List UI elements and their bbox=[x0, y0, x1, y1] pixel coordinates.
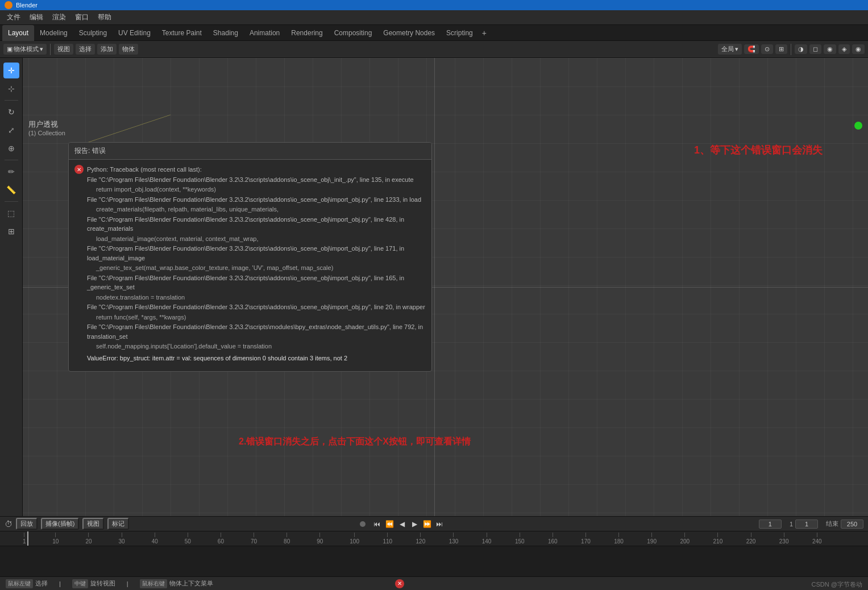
sidebar-separator-3 bbox=[5, 201, 18, 202]
trace-line-2: File "C:\Program Files\Blender Foundatio… bbox=[87, 215, 426, 234]
annotation-text-1: 1、等下这个错误窗口会消失 bbox=[694, 143, 823, 157]
object-menu-btn[interactable]: 物体 bbox=[119, 44, 138, 55]
viewport-solid-btn[interactable]: ◉ bbox=[824, 44, 836, 54]
toolbar-strip: ▣ 物体模式 ▾ 视图 选择 添加 物体 全局 ▾ 🧲 ⊙ ⊞ ◑ ◻ ◉ ◈ … bbox=[0, 41, 868, 58]
trace-indent-6: self.node_mapping.inputs['Location'].def… bbox=[87, 342, 426, 351]
sidebar-separator-1 bbox=[5, 100, 18, 101]
timeline-icon: ⏱ bbox=[5, 520, 13, 529]
select-label: 选择 bbox=[35, 579, 48, 588]
status-rotate: 中键 旋转视图 bbox=[72, 579, 115, 588]
status-separator: | bbox=[59, 580, 61, 587]
workspace-tab-bar: Layout Modeling Sculpting UV Editing Tex… bbox=[0, 25, 868, 41]
status-select: 鼠标左键 选择 bbox=[6, 579, 48, 588]
trace-line-4: File "C:\Program Files\Blender Foundatio… bbox=[87, 273, 426, 292]
menu-render[interactable]: 渲染 bbox=[48, 11, 70, 23]
current-frame-input[interactable] bbox=[759, 520, 782, 529]
timeline-track[interactable] bbox=[0, 546, 868, 576]
title-bar: Blender bbox=[0, 0, 868, 10]
annotation-text-2: 2.错误窗口消失之后，点击下面这个X按钮，即可查看详情 bbox=[239, 436, 471, 448]
menu-edit[interactable]: 编辑 bbox=[25, 11, 48, 23]
error-dialog-body: ✕ Python: Traceback (most recent call la… bbox=[69, 160, 431, 371]
left-sidebar: ✛ ⊹ ↻ ⤢ ⊕ ✏ 📏 ⬚ ⊞ bbox=[0, 58, 23, 516]
tab-rendering[interactable]: Rendering bbox=[285, 25, 328, 41]
credits-text: CSDN @字节卷动 bbox=[812, 580, 862, 589]
magnet-btn[interactable]: 🧲 bbox=[744, 44, 759, 54]
menu-help[interactable]: 帮助 bbox=[93, 11, 116, 23]
capture-btn[interactable]: 捕像(插帧) bbox=[41, 518, 79, 530]
timeline-header: ⏱ 回放 捕像(插帧) 视图 标记 ⏮ ⏪ ◀ ▶ ⏩ ⏭ 1 结束 bbox=[0, 517, 868, 531]
context-menu-label: 物体上下文菜单 bbox=[169, 579, 213, 588]
start-label: 1 bbox=[790, 521, 793, 527]
add-cube-tool[interactable]: ⬚ bbox=[3, 205, 19, 221]
jump-to-start-btn[interactable]: ⏮ bbox=[371, 518, 383, 530]
mode-selector[interactable]: ▣ 物体模式 ▾ bbox=[3, 44, 47, 55]
mode-label: 物体模式 bbox=[14, 45, 39, 53]
error-content: Python: Traceback (most recent call last… bbox=[87, 164, 426, 363]
play-btn[interactable]: ▶ bbox=[409, 518, 420, 530]
viewport-material-btn[interactable]: ◈ bbox=[838, 44, 850, 54]
transform-tool[interactable]: ⊕ bbox=[3, 140, 19, 156]
view-name-text: 用户透视 bbox=[28, 119, 65, 130]
status-context: 鼠标右键 物体上下文菜单 bbox=[140, 579, 213, 588]
menu-window[interactable]: 窗口 bbox=[70, 11, 93, 23]
tab-uv-editing[interactable]: UV Editing bbox=[113, 25, 156, 41]
scale-tool[interactable]: ⤢ bbox=[3, 122, 19, 138]
view-menu-btn[interactable]: 视图 bbox=[54, 44, 73, 55]
overlay-btn[interactable]: ⊞ bbox=[775, 44, 787, 54]
value-error-line: ValueError: bpy_struct: item.attr = val:… bbox=[87, 354, 426, 363]
error-x-icon: ✕ bbox=[74, 165, 84, 174]
marker-btn[interactable]: 标记 bbox=[107, 518, 129, 530]
error-dialog[interactable]: 报告: 错误 ✕ Python: Traceback (most recent … bbox=[68, 142, 432, 372]
trace-indent-0: return import_obj.load(context, **keywor… bbox=[87, 185, 426, 194]
start-frame-input[interactable] bbox=[795, 520, 818, 529]
blender-logo bbox=[5, 1, 13, 9]
rotate-tool[interactable]: ↻ bbox=[3, 104, 19, 120]
trace-indent-5: return func(self, *args, **kwargs) bbox=[87, 313, 426, 322]
status-error-button[interactable]: ✕ bbox=[395, 579, 404, 588]
jump-to-end-btn[interactable]: ⏭ bbox=[434, 518, 445, 530]
rotate-label: 旋转视图 bbox=[90, 579, 115, 588]
title-text: Blender bbox=[16, 2, 38, 9]
timeline-ruler: 1102030405060708090100110120130140150160… bbox=[0, 531, 868, 546]
menu-file[interactable]: 文件 bbox=[2, 11, 25, 23]
move-tool[interactable]: ⊹ bbox=[3, 81, 19, 97]
status-separator-2: | bbox=[127, 580, 128, 587]
view-btn[interactable]: 视图 bbox=[82, 518, 104, 530]
tab-geometry-nodes[interactable]: Geometry Nodes bbox=[377, 25, 441, 41]
global-selector[interactable]: 全局 ▾ bbox=[718, 44, 742, 55]
view-name-overlay: 用户透视 (1) Collection bbox=[28, 119, 65, 136]
tab-scripting[interactable]: Scripting bbox=[441, 25, 479, 41]
viewport-rendered-btn[interactable]: ◉ bbox=[852, 44, 865, 54]
tab-texture-paint[interactable]: Texture Paint bbox=[156, 25, 207, 41]
end-frame-input[interactable] bbox=[841, 520, 863, 529]
tab-layout[interactable]: Layout bbox=[2, 25, 34, 41]
play-reverse-btn[interactable]: ◀ bbox=[396, 518, 408, 530]
measure-tool[interactable]: 📏 bbox=[3, 182, 19, 198]
step-back-btn[interactable]: ⏪ bbox=[384, 518, 395, 530]
tab-modeling[interactable]: Modeling bbox=[34, 25, 73, 41]
tab-sculpting[interactable]: Sculpting bbox=[73, 25, 113, 41]
end-label: 结束 bbox=[826, 520, 838, 528]
viewport-shading-btn[interactable]: ◑ bbox=[795, 44, 807, 54]
proportional-btn[interactable]: ⊙ bbox=[761, 44, 773, 54]
tab-animation[interactable]: Animation bbox=[244, 25, 285, 41]
viewport-wire-btn[interactable]: ◻ bbox=[809, 44, 821, 54]
playback-btn[interactable]: 回放 bbox=[16, 518, 38, 530]
extrude-tool[interactable]: ⊞ bbox=[3, 223, 19, 239]
trace-line-6: File "C:\Program Files\Blender Foundatio… bbox=[87, 322, 426, 341]
viewport-status-dot bbox=[854, 122, 862, 130]
annotate-tool[interactable]: ✏ bbox=[3, 164, 19, 180]
viewport-3d[interactable]: 用户透视 (1) Collection 报告: 错误 ✕ Python: Tra… bbox=[0, 58, 868, 516]
select-menu-btn[interactable]: 选择 bbox=[76, 44, 95, 55]
trace-indent-4: nodetex.translation = translation bbox=[87, 293, 426, 302]
frame-indicator-dot bbox=[360, 521, 366, 527]
add-workspace-button[interactable]: + bbox=[479, 26, 490, 40]
trace-indent-1: create_materials(filepath, relpath, mate… bbox=[87, 205, 426, 214]
add-menu-btn[interactable]: 添加 bbox=[97, 44, 117, 55]
step-forward-btn[interactable]: ⏩ bbox=[421, 518, 433, 530]
tab-shading[interactable]: Shading bbox=[207, 25, 244, 41]
timeline-area: ⏱ 回放 捕像(插帧) 视图 标记 ⏮ ⏪ ◀ ▶ ⏩ ⏭ 1 结束 11020… bbox=[0, 516, 868, 590]
cursor-tool[interactable]: ✛ bbox=[3, 63, 19, 78]
tab-compositing[interactable]: Compositing bbox=[329, 25, 378, 41]
trace-line-3: File "C:\Program Files\Blender Foundatio… bbox=[87, 244, 426, 263]
